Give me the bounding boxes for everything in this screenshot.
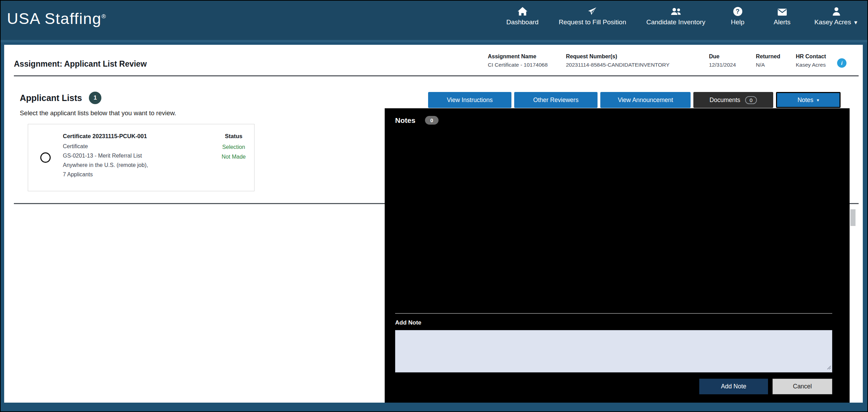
question-glyph: ?	[736, 8, 740, 15]
button-label: View Instructions	[447, 96, 493, 104]
nav-item-help[interactable]: ? Help	[726, 6, 750, 26]
field-label: Assignment Name	[488, 53, 566, 60]
info-glyph: i	[841, 60, 842, 66]
applicant-lists-heading: Applicant Lists 1	[20, 92, 101, 104]
cancel-button[interactable]: Cancel	[773, 379, 832, 394]
nav-item-label: Alerts	[774, 18, 791, 26]
view-announcement-button[interactable]: View Announcement	[600, 92, 691, 108]
add-note-label: Add Note	[395, 319, 832, 326]
user-name: Kasey Acres	[815, 18, 851, 26]
applicant-lists-count-badge: 1	[89, 92, 101, 104]
view-instructions-button[interactable]: View Instructions	[428, 92, 511, 108]
certificate-applicant-count: 7 Applicants	[63, 170, 213, 179]
documents-count-badge: 0	[745, 96, 757, 104]
logo-text: USA Staffing	[7, 10, 101, 27]
field-due: Due 12/31/2024	[709, 53, 756, 68]
notes-list-empty-area	[395, 125, 832, 313]
nav-item-candidate-inventory[interactable]: Candidate Inventory	[646, 6, 705, 26]
field-request-numbers: Request Number(s) 20231114-85845-CANDIDA…	[566, 53, 709, 68]
notes-panel-title: Notes	[395, 116, 415, 125]
nav-item-label: Dashboard	[506, 18, 539, 26]
nav-item-label: Help	[731, 18, 744, 26]
nav-item-dashboard[interactable]: Dashboard	[506, 6, 539, 26]
radio-column	[28, 124, 63, 191]
app-window: USA Staffing® Dashboard Request to Fill …	[1, 1, 867, 411]
field-label: Due	[709, 53, 756, 60]
caret-down-icon: ▼	[853, 19, 858, 25]
notes-count-badge: 0	[425, 116, 438, 125]
button-label: View Announcement	[618, 96, 673, 104]
users-icon	[670, 6, 682, 16]
field-value: CI Certificate - 10174068	[488, 62, 566, 68]
help-circle-icon: ?	[733, 6, 742, 16]
add-note-button[interactable]: Add Note	[699, 379, 768, 394]
documents-button[interactable]: Documents 0	[693, 92, 773, 108]
field-label: HR Contact	[796, 53, 832, 60]
page-title: Assignment: Applicant List Review	[14, 59, 147, 69]
status-column: Status Selection Not Made	[213, 124, 254, 191]
main-content: Assignment: Applicant List Review Assign…	[4, 45, 863, 403]
field-returned: Returned N/A	[756, 53, 796, 68]
nav-item-request-to-fill-position[interactable]: Request to Fill Position	[559, 6, 626, 26]
notes-panel: Notes 0 Add Note Add Note Cancel	[385, 108, 850, 403]
applicant-list-radio[interactable]	[40, 152, 51, 163]
home-icon	[518, 6, 527, 16]
certificate-title: Certificate 20231115-PCUK-001	[63, 133, 213, 140]
field-label: Request Number(s)	[566, 53, 709, 60]
top-navbar: USA Staffing® Dashboard Request to Fill …	[1, 1, 867, 42]
envelope-icon	[777, 6, 787, 16]
field-hr-contact: HR Contact Kasey Acres	[796, 53, 832, 68]
certificate-series: GS-0201-13 - Merit Referral List	[63, 151, 213, 160]
notes-panel-header: Notes 0	[395, 116, 832, 125]
certificate-type: Certificate	[63, 142, 213, 151]
notes-actions: Add Note Cancel	[395, 379, 832, 394]
status-label: Status	[213, 133, 254, 140]
section-subtitle: Select the applicant lists below that yo…	[20, 109, 176, 117]
info-icon[interactable]: i	[837, 58, 846, 68]
certificate-location: Anywhere in the U.S. (remote job),	[63, 160, 213, 170]
button-label: Documents	[710, 96, 741, 104]
user-menu-label: Kasey Acres▼	[815, 18, 858, 26]
nav-item-alerts[interactable]: Alerts	[770, 6, 794, 26]
status-value: Selection Not Made	[218, 142, 250, 162]
registered-mark: ®	[101, 13, 106, 20]
section-title: Applicant Lists	[20, 93, 82, 103]
field-value: Kasey Acres	[796, 62, 832, 68]
button-label: Notes	[798, 96, 813, 104]
other-reviewers-button[interactable]: Other Reviewers	[514, 92, 598, 108]
user-menu[interactable]: Kasey Acres▼	[815, 6, 858, 26]
paper-plane-icon	[588, 6, 597, 16]
button-label: Other Reviewers	[533, 96, 578, 104]
applicant-list-card[interactable]: Certificate 20231115-PCUK-001 Certificat…	[28, 124, 254, 191]
nav-menu: Dashboard Request to Fill Position	[506, 6, 858, 26]
toolbar: View Instructions Other Reviewers View A…	[428, 92, 841, 108]
nav-item-label: Candidate Inventory	[646, 18, 705, 26]
notes-button[interactable]: Notes ▾	[776, 92, 841, 108]
field-value: N/A	[756, 62, 796, 68]
scrollbar-thumb[interactable]	[850, 209, 856, 226]
field-value: 12/31/2024	[709, 62, 756, 68]
field-value: 20231114-85845-CANDIDATEINVENTORY	[566, 62, 709, 68]
user-icon	[832, 6, 841, 16]
field-assignment-name: Assignment Name CI Certificate - 1017406…	[488, 53, 566, 68]
caret-down-icon: ▾	[817, 98, 819, 103]
certificate-details: Certificate 20231115-PCUK-001 Certificat…	[63, 124, 213, 191]
notes-divider	[395, 313, 832, 314]
header-divider	[14, 75, 859, 76]
note-textarea-wrap	[395, 330, 832, 372]
assignment-summary: Assignment Name CI Certificate - 1017406…	[488, 53, 846, 68]
usa-staffing-logo: USA Staffing®	[7, 10, 106, 28]
add-note-textarea[interactable]	[395, 330, 832, 372]
nav-item-label: Request to Fill Position	[559, 18, 626, 26]
field-label: Returned	[756, 53, 796, 60]
